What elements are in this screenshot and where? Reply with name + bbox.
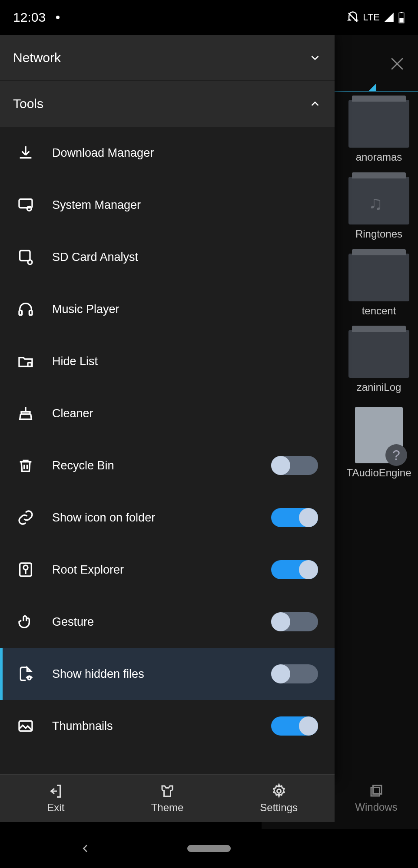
system-nav-bar <box>0 829 418 868</box>
svg-point-14 <box>277 789 281 793</box>
tool-root-explorer[interactable]: Root Explorer <box>0 544 335 596</box>
button-label: Exit <box>47 802 64 814</box>
tool-download-manager[interactable]: Download Manager <box>0 127 335 179</box>
tool-label: Download Manager <box>52 146 318 160</box>
tool-label: System Manager <box>52 198 318 212</box>
unknown-badge-icon: ? <box>385 444 407 466</box>
tool-label: Show hidden files <box>52 667 254 681</box>
tool-hide-list[interactable]: Hide List <box>0 335 335 387</box>
drawer-section-network[interactable]: Network <box>0 35 335 81</box>
chevron-up-icon <box>309 97 322 110</box>
tool-gesture[interactable]: Gesture <box>0 596 335 648</box>
status-icons: LTE <box>346 11 405 24</box>
close-icon[interactable] <box>388 54 407 73</box>
home-pill[interactable] <box>187 845 231 852</box>
recycle-bin-toggle[interactable] <box>271 456 318 475</box>
file-eye-icon <box>17 665 35 683</box>
folder-icon <box>348 100 409 148</box>
link-icon <box>17 508 35 527</box>
svg-rect-9 <box>28 363 31 366</box>
dnd-icon <box>346 11 359 24</box>
back-icon[interactable] <box>79 842 92 855</box>
tool-label: Root Explorer <box>52 563 254 577</box>
svg-rect-2 <box>399 18 403 22</box>
theme-icon <box>159 783 175 799</box>
folder-item[interactable]: tencent <box>340 254 418 317</box>
folder-icon <box>348 330 409 378</box>
windows-icon <box>368 783 384 799</box>
signal-icon <box>383 12 395 23</box>
status-dot-icon <box>56 16 60 19</box>
tool-label: Hide List <box>52 355 318 368</box>
trash-icon <box>17 456 35 475</box>
svg-point-12 <box>28 677 31 680</box>
theme-button[interactable]: Theme <box>112 775 223 822</box>
file-icon: ? <box>355 407 403 463</box>
exit-button[interactable]: Exit <box>0 775 112 822</box>
tool-music-player[interactable]: Music Player <box>0 283 335 335</box>
button-label: Windows <box>355 801 397 813</box>
show-hidden-files-toggle[interactable] <box>271 664 318 683</box>
file-label: TAudioEngine <box>347 467 411 479</box>
folder-label: Ringtones <box>355 228 402 241</box>
tool-label: Gesture <box>52 615 254 629</box>
folder-item[interactable]: zaniniLog <box>340 330 418 394</box>
tool-label: Recycle Bin <box>52 459 254 472</box>
tool-label: Thumbnails <box>52 719 254 733</box>
status-time: 12:03 <box>13 10 46 25</box>
svg-point-4 <box>27 206 31 211</box>
system-icon <box>17 196 35 214</box>
thumbnails-toggle[interactable] <box>271 716 318 736</box>
tool-system-manager[interactable]: System Manager <box>0 179 335 231</box>
drawer-section-tools[interactable]: Tools <box>0 81 335 127</box>
gesture-toggle[interactable] <box>271 612 318 631</box>
folder-icon: ♫ <box>348 177 409 224</box>
windows-button[interactable]: Windows <box>335 774 418 822</box>
tool-label: Cleaner <box>52 407 318 420</box>
download-icon <box>17 144 35 162</box>
svg-rect-8 <box>29 310 32 315</box>
network-label: LTE <box>363 12 380 23</box>
tool-thumbnails[interactable]: Thumbnails <box>0 700 335 752</box>
settings-button[interactable]: Settings <box>223 775 335 822</box>
folder-item[interactable]: ♫ Ringtones <box>340 177 418 241</box>
broom-icon <box>17 404 35 422</box>
svg-rect-16 <box>371 788 380 796</box>
headphones-icon <box>17 300 35 318</box>
image-icon <box>17 717 35 735</box>
svg-point-6 <box>28 260 32 264</box>
tool-show-hidden-files[interactable]: Show hidden files <box>0 648 335 700</box>
tool-sd-card-analyst[interactable]: SD Card Analyst <box>0 231 335 283</box>
navigation-drawer: Network Tools Download Manager System Ma… <box>0 35 335 781</box>
svg-point-11 <box>23 565 28 570</box>
show-icon-toggle[interactable] <box>271 508 318 527</box>
folder-label: tencent <box>362 305 396 317</box>
button-label: Theme <box>151 802 184 814</box>
chevron-down-icon <box>309 51 322 64</box>
svg-rect-1 <box>401 12 403 13</box>
tool-recycle-bin[interactable]: Recycle Bin <box>0 439 335 492</box>
folder-item[interactable]: anoramas <box>340 100 418 164</box>
root-icon <box>17 561 35 579</box>
section-label: Network <box>13 50 61 65</box>
tool-label: SD Card Analyst <box>52 251 318 264</box>
tool-label: Show icon on folder <box>52 511 254 525</box>
folder-label: zaniniLog <box>357 381 401 394</box>
status-bar: 12:03 LTE <box>0 0 418 35</box>
folder-icon <box>348 254 409 301</box>
exit-icon <box>48 783 63 799</box>
sdcard-icon <box>17 248 35 266</box>
tools-list: Download Manager System Manager SD Card … <box>0 127 335 781</box>
gear-icon <box>271 783 287 799</box>
folder-lock-icon <box>17 352 35 370</box>
drawer-bottom-bar: Exit Theme Settings <box>0 774 335 822</box>
music-note-icon: ♫ <box>368 192 383 214</box>
tool-label: Music Player <box>52 303 318 316</box>
tool-cleaner[interactable]: Cleaner <box>0 387 335 439</box>
root-explorer-toggle[interactable] <box>271 560 318 579</box>
battery-icon <box>398 11 405 23</box>
svg-rect-7 <box>19 310 22 315</box>
file-item[interactable]: ? TAudioEngine <box>340 407 418 479</box>
svg-rect-5 <box>20 251 30 261</box>
tool-show-icon-on-folder[interactable]: Show icon on folder <box>0 492 335 544</box>
